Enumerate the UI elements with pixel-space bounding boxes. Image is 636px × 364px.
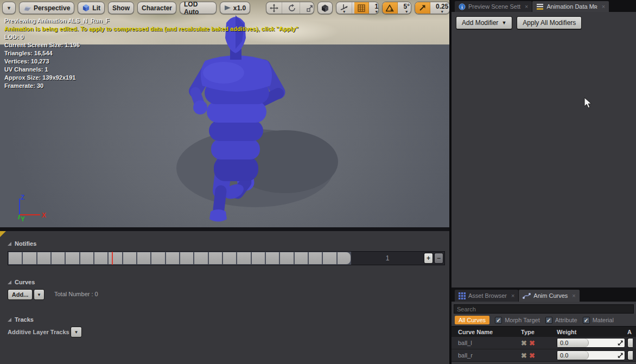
auto-column-header[interactable]: A	[627, 329, 636, 335]
grid-snap-value-button[interactable]: 1 ▼	[371, 2, 379, 14]
notify-track-segment[interactable]	[237, 252, 250, 264]
panel-resize-corner[interactable]	[0, 231, 6, 237]
checkbox-checked-icon[interactable]: ✓	[545, 317, 552, 324]
notify-track-segment[interactable]	[194, 252, 207, 264]
notify-track-segment[interactable]	[209, 252, 222, 264]
vertices-text: Vertices: 10,273	[4, 58, 298, 66]
translate-tool-button[interactable]	[266, 2, 282, 14]
notify-track-segment[interactable]	[223, 252, 236, 264]
drag-adjust-icon[interactable]	[618, 353, 624, 359]
character-menu-button[interactable]: Character	[137, 2, 176, 14]
tab-anim-curves[interactable]: Anim Curves ×	[519, 290, 579, 302]
notify-track-segment[interactable]	[9, 252, 22, 264]
close-icon[interactable]: ×	[511, 292, 514, 299]
preview-viewport[interactable]: ▼ Perspective Lit Show Character	[0, 0, 450, 231]
notify-track-segment[interactable]	[280, 252, 293, 264]
notify-track-segment[interactable]	[338, 252, 351, 264]
rotation-snap-toggle[interactable]	[383, 2, 398, 14]
notify-track-segment[interactable]	[80, 252, 93, 264]
curve-name-column-header[interactable]: Curve Name	[451, 329, 521, 335]
remove-track-button[interactable]: −	[434, 253, 443, 264]
perspective-button[interactable]: Perspective	[19, 2, 74, 14]
grid-snap-toggle[interactable]	[354, 2, 369, 14]
notify-track-segment[interactable]	[137, 252, 150, 264]
notifies-track-segments[interactable]	[8, 252, 351, 265]
close-icon[interactable]: ×	[572, 292, 575, 299]
notify-track-segment[interactable]	[109, 252, 122, 264]
rotate-tool-button[interactable]	[284, 2, 300, 14]
add-curve-dropdown-button[interactable]: ▼	[34, 289, 44, 300]
scale-snap-value-button[interactable]: 0.25 ▼	[433, 2, 450, 14]
curve-row[interactable]: ball_r ✖ ✖ 0.0	[451, 349, 636, 362]
delete-curve-icon[interactable]: ✖	[529, 339, 535, 347]
widget-settings-button[interactable]: ▼	[336, 2, 352, 14]
curves-total-number: Total Number : 0	[54, 291, 98, 297]
tab-asset-browser[interactable]: Asset Browser ×	[455, 290, 518, 302]
auto-checkbox-partial[interactable]	[627, 338, 633, 348]
add-curve-button[interactable]: Add...	[8, 289, 33, 300]
scale-snap-toggle[interactable]	[415, 2, 430, 14]
notify-track-segment[interactable]	[52, 252, 65, 264]
lit-mode-button[interactable]: Lit	[78, 2, 105, 14]
notify-track-segment[interactable]	[23, 252, 36, 264]
notify-track-segment[interactable]	[295, 252, 308, 264]
additive-layer-tracks-dropdown[interactable]: ▼	[71, 327, 82, 337]
curve-weight-spinbox[interactable]: 0.0	[557, 350, 625, 360]
all-curves-filter-button[interactable]: All Curves	[455, 316, 489, 324]
notify-track-segment[interactable]	[180, 252, 193, 264]
chevron-down-icon: ▼	[342, 11, 346, 13]
auto-checkbox-partial[interactable]	[627, 350, 633, 360]
y-axis-label: Y	[21, 215, 25, 222]
remove-curve-icon[interactable]: ✖	[521, 339, 527, 347]
viewport-bottom-border	[0, 227, 450, 231]
scale-snap-icon	[418, 4, 427, 12]
weight-column-header[interactable]: Weight	[557, 329, 627, 335]
notify-track-segment[interactable]	[266, 252, 279, 264]
material-filter[interactable]: ✓ Material	[583, 317, 614, 324]
viewport-toolbar: ▼ Perspective Lit Show Character	[2, 2, 450, 14]
attribute-filter[interactable]: ✓ Attribute	[545, 317, 577, 324]
chevron-down-icon: ▼	[74, 330, 79, 335]
add-modifier-button[interactable]: Add Modifier ▼	[456, 16, 512, 29]
close-icon[interactable]: ×	[525, 3, 528, 10]
axis-gizmo: Z X Y	[13, 194, 48, 222]
playback-speed-button[interactable]: x1.0	[220, 2, 250, 14]
type-column-header[interactable]: Type	[521, 329, 557, 335]
checkbox-checked-icon[interactable]: ✓	[583, 317, 590, 324]
coordinate-system-button[interactable]	[317, 2, 333, 14]
notify-track-segment[interactable]	[166, 252, 179, 264]
curves-section-header[interactable]: Curves	[8, 279, 35, 285]
notify-track-segment[interactable]	[252, 252, 265, 264]
notify-track-segment[interactable]	[123, 252, 136, 264]
curve-weight-spinbox[interactable]: 0.0	[557, 338, 625, 348]
notify-track-segment[interactable]	[37, 252, 50, 264]
morph-target-filter[interactable]: ✓ Morph Target	[495, 317, 540, 324]
notify-track-segment[interactable]	[66, 252, 79, 264]
scale-tool-button[interactable]	[302, 2, 314, 14]
show-menu-button[interactable]: Show	[108, 2, 134, 14]
perspective-icon	[23, 5, 31, 11]
rotation-snap-value-button[interactable]: 5° ▼	[400, 2, 411, 14]
chevron-down-icon: ▼	[440, 11, 444, 13]
checkbox-checked-icon[interactable]: ✓	[495, 317, 502, 324]
notify-track-segment[interactable]	[323, 252, 336, 264]
curve-row[interactable]: ball_l ✖ ✖ 0.0	[451, 337, 636, 349]
notifies-section-header[interactable]: Notifies	[8, 240, 36, 247]
notify-track-segment[interactable]	[151, 252, 164, 264]
notify-track-segment[interactable]	[309, 252, 322, 264]
tab-animation-data-modifiers[interactable]: Animation Data Mʀ ×	[532, 1, 609, 12]
notify-track-segment[interactable]	[94, 252, 107, 264]
viewport-options-button[interactable]: ▼	[2, 2, 16, 14]
remove-curve-icon[interactable]: ✖	[521, 352, 527, 360]
tab-preview-scene-settings[interactable]: i Preview Scene Sett ×	[455, 1, 532, 12]
close-icon[interactable]: ×	[602, 3, 605, 10]
playhead[interactable]	[112, 252, 113, 265]
scale-icon	[306, 4, 314, 12]
add-track-button[interactable]: +	[424, 253, 433, 264]
apply-all-modifiers-button[interactable]: Apply All Modifiers	[517, 16, 582, 29]
lod-auto-button[interactable]: LOD Auto	[180, 2, 217, 14]
curve-search-input[interactable]	[454, 304, 634, 314]
drag-adjust-icon[interactable]	[618, 340, 624, 346]
tracks-section-header[interactable]: Tracks	[8, 316, 34, 323]
delete-curve-icon[interactable]: ✖	[529, 352, 535, 360]
